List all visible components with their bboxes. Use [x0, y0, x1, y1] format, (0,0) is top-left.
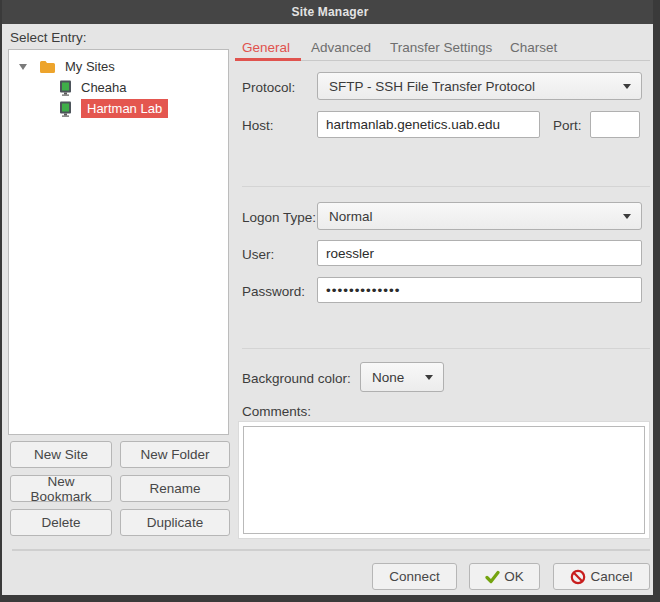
protocol-label: Protocol: [242, 80, 295, 95]
server-icon [59, 80, 72, 96]
footer-divider [12, 549, 650, 551]
cancel-icon [570, 569, 586, 585]
delete-button[interactable]: Delete [10, 509, 112, 536]
comments-label: Comments: [242, 404, 311, 419]
chevron-down-icon [623, 214, 631, 219]
protocol-dropdown[interactable]: SFTP - SSH File Transfer Protocol [317, 72, 642, 100]
tree-item-cheaha[interactable]: Cheaha [9, 77, 228, 98]
protocol-value: SFTP - SSH File Transfer Protocol [329, 79, 535, 94]
chevron-down-icon[interactable] [19, 64, 27, 70]
window-title: Site Manager [291, 5, 368, 19]
separator [242, 348, 650, 349]
new-bookmark-button[interactable]: New Bookmark [10, 475, 112, 502]
separator [242, 186, 650, 187]
tree-item-my-sites[interactable]: My Sites [9, 56, 228, 77]
new-folder-button[interactable]: New Folder [120, 441, 230, 468]
new-site-button[interactable]: New Site [10, 441, 112, 468]
site-tree[interactable]: My Sites Cheaha [8, 49, 229, 435]
chevron-down-icon [425, 375, 433, 380]
logon-type-value: Normal [329, 209, 373, 224]
connect-button[interactable]: Connect [372, 563, 457, 590]
tree-item-label-selected: Hartman Lab [81, 99, 168, 118]
tab-charset[interactable]: Charset [510, 40, 557, 55]
host-label: Host: [242, 118, 274, 133]
tab-transfer-settings[interactable]: Transfer Settings [390, 40, 492, 55]
site-manager-dialog: Site Manager Select Entry: My Sites [0, 0, 660, 602]
connect-button-label: Connect [389, 569, 439, 584]
tree-item-hartman-lab[interactable]: Hartman Lab [9, 98, 228, 119]
check-icon [485, 570, 500, 584]
active-tab-underline [235, 58, 301, 61]
comments-textarea[interactable] [243, 426, 645, 534]
password-input[interactable] [317, 277, 642, 303]
user-input[interactable] [317, 240, 642, 266]
select-entry-label: Select Entry: [10, 30, 87, 45]
password-label: Password: [242, 284, 305, 299]
background-color-dropdown[interactable]: None [360, 362, 444, 392]
duplicate-button[interactable]: Duplicate [120, 509, 230, 536]
background-color-value: None [372, 370, 404, 385]
background-color-label: Background color: [242, 371, 351, 386]
folder-icon [39, 60, 56, 74]
host-input[interactable] [317, 111, 540, 138]
cancel-button-label: Cancel [590, 569, 632, 584]
comments-container [238, 421, 650, 539]
tab-general[interactable]: General [242, 40, 290, 55]
user-label: User: [242, 247, 274, 262]
tab-bar-divider [240, 60, 650, 61]
rename-button[interactable]: Rename [120, 475, 230, 502]
server-icon [59, 101, 72, 117]
titlebar[interactable]: Site Manager [0, 0, 660, 24]
port-input[interactable] [590, 111, 640, 138]
chevron-down-icon [623, 84, 631, 89]
logon-type-label: Logon Type: [242, 210, 316, 225]
ok-button-label: OK [504, 569, 524, 584]
ok-button[interactable]: OK [469, 563, 540, 590]
logon-type-dropdown[interactable]: Normal [317, 202, 642, 230]
port-label: Port: [553, 118, 582, 133]
tree-item-label: Cheaha [81, 80, 127, 95]
tree-item-label: My Sites [65, 59, 115, 74]
tab-advanced[interactable]: Advanced [311, 40, 371, 55]
cancel-button[interactable]: Cancel [553, 563, 650, 590]
